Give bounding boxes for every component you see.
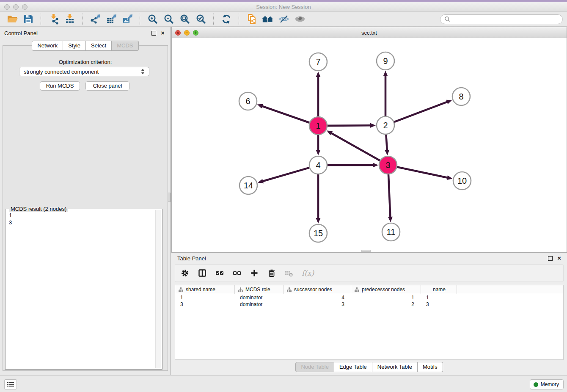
table-cell[interactable]: 1	[421, 294, 457, 301]
zoom-in-button[interactable]	[146, 13, 159, 25]
tab-style[interactable]: Style	[63, 41, 86, 51]
network-title: scc.txt	[172, 30, 567, 36]
toolbar-separator	[41, 14, 41, 25]
tab-node-table[interactable]: Node Table	[295, 362, 334, 372]
table-cell[interactable]: dominator	[235, 301, 284, 308]
trash-icon	[267, 269, 276, 277]
column-header-label: MCDS role	[245, 287, 270, 293]
memory-button[interactable]: Memory	[530, 379, 564, 389]
criterion-dropdown[interactable]: strongly connected component	[19, 67, 149, 76]
table-cell[interactable]: 3	[284, 301, 351, 308]
import-table-button[interactable]	[63, 13, 76, 25]
search-input[interactable]	[453, 16, 559, 22]
table-cell[interactable]: 1	[175, 294, 235, 301]
table-settings-button[interactable]	[180, 268, 190, 278]
export-network-icon	[90, 14, 101, 25]
save-session-button[interactable]	[22, 13, 35, 25]
close-panel-icon[interactable]: ×	[557, 256, 561, 261]
control-panel-title: Control Panel	[4, 30, 38, 36]
result-scrollbar[interactable]	[155, 210, 161, 368]
close-panel-button[interactable]: Close panel	[85, 81, 129, 91]
tab-edge-table[interactable]: Edge Table	[334, 362, 372, 372]
column-header-predecessor-nodes[interactable]: predecessor nodes	[351, 285, 421, 294]
graph-edge-arrow-icon	[373, 163, 378, 168]
tab-network-table[interactable]: Network Table	[372, 362, 418, 372]
graph-edge-2-3[interactable]	[386, 135, 387, 151]
float-panel-icon[interactable]	[151, 31, 156, 36]
column-header-successor-nodes[interactable]: successor nodes	[284, 285, 351, 294]
delete-button[interactable]	[267, 268, 276, 278]
table-cell[interactable]: 2	[351, 301, 421, 308]
zoom-out-button[interactable]	[162, 13, 175, 25]
table-panel-title: Table Panel	[177, 255, 206, 262]
home-view-button[interactable]	[261, 13, 274, 25]
graph-node-label: 8	[459, 92, 463, 101]
memory-button-label: Memory	[541, 381, 559, 387]
splitter-handle-vertical[interactable]	[168, 193, 171, 202]
graph-node-label: 1	[316, 121, 320, 130]
column-header-MCDS-role[interactable]: MCDS role	[235, 285, 284, 294]
tab-network[interactable]: Network	[32, 41, 63, 51]
control-panel-controls: ×	[151, 30, 165, 36]
split-columns-button[interactable]	[198, 268, 207, 278]
table-cell[interactable]: 4	[284, 294, 351, 301]
select-all-columns-button[interactable]	[215, 268, 224, 278]
table-cell[interactable]: 3	[175, 301, 235, 308]
task-history-button[interactable]	[4, 379, 17, 389]
search-icon	[444, 16, 450, 22]
hide-details-button[interactable]	[278, 13, 290, 25]
graph-edge-arrow-icon	[385, 150, 389, 155]
show-details-button[interactable]	[294, 13, 306, 25]
eye-icon	[295, 14, 306, 25]
float-panel-icon[interactable]	[548, 256, 553, 261]
close-panel-icon[interactable]: ×	[161, 30, 165, 36]
search-box[interactable]	[440, 14, 563, 24]
graph-edge-1-2[interactable]	[328, 125, 371, 126]
import-network-button[interactable]	[47, 13, 60, 25]
homes-icon	[261, 14, 274, 25]
graph-edge-3-10[interactable]	[397, 167, 448, 178]
column-header-name[interactable]: name	[421, 285, 457, 294]
table-cell[interactable]: 3	[421, 301, 457, 308]
add-button[interactable]	[250, 268, 259, 278]
mcds-result-item: 1	[9, 212, 153, 219]
export-table-button[interactable]	[105, 13, 118, 25]
export-image-button[interactable]	[121, 13, 134, 25]
zoom-fit-icon	[179, 14, 190, 25]
column-header-label: name	[433, 287, 446, 293]
table-cell[interactable]: 1	[351, 294, 421, 301]
tab-mcds[interactable]: MCDS	[112, 41, 138, 51]
graph-edge-3-11[interactable]	[388, 174, 391, 218]
graph-edge-4-14[interactable]	[262, 168, 309, 181]
run-mcds-button[interactable]: Run MCDS	[40, 81, 80, 91]
network-canvas[interactable]: 7968124314101511	[171, 38, 567, 253]
column-header-shared-name[interactable]: shared name	[175, 285, 235, 294]
zoom-fit-button[interactable]	[179, 13, 191, 25]
table-row[interactable]: 1dominator411	[175, 294, 563, 301]
refresh-button[interactable]	[220, 13, 233, 25]
graph-edge-arrow-icon	[316, 150, 321, 155]
graph-edge-2-8[interactable]	[394, 102, 448, 122]
zoom-selected-button[interactable]	[195, 13, 207, 25]
graph-edge-arrow-icon	[447, 175, 453, 180]
mcds-result-list: 13	[6, 211, 155, 368]
control-panel: Control Panel × NetworkStyleSelectMCDS O…	[0, 27, 171, 375]
zoom-out-icon	[163, 14, 174, 25]
graph-edge-arrow-icon	[257, 104, 263, 108]
graph-edge-3-1[interactable]	[331, 133, 380, 161]
tab-select[interactable]: Select	[86, 41, 112, 51]
node-table: shared nameMCDS rolesuccessor nodesprede…	[175, 285, 564, 360]
graph-edge-1-6[interactable]	[261, 106, 309, 123]
table-row[interactable]: 3dominator323	[175, 301, 563, 308]
open-session-button[interactable]	[6, 13, 19, 25]
tab-motifs[interactable]: Motifs	[418, 362, 443, 372]
table-panel-controls: ×	[548, 256, 561, 261]
splitter-handle-horizontal[interactable]	[361, 250, 371, 252]
deselect-all-columns-button[interactable]	[232, 268, 242, 278]
export-network-button[interactable]	[89, 13, 102, 25]
table-cell[interactable]: dominator	[235, 294, 284, 301]
plus-icon	[250, 269, 259, 277]
graph-node-label: 14	[244, 181, 253, 190]
zoom-in-icon	[147, 14, 158, 25]
network-file-share-button[interactable]	[245, 13, 258, 25]
